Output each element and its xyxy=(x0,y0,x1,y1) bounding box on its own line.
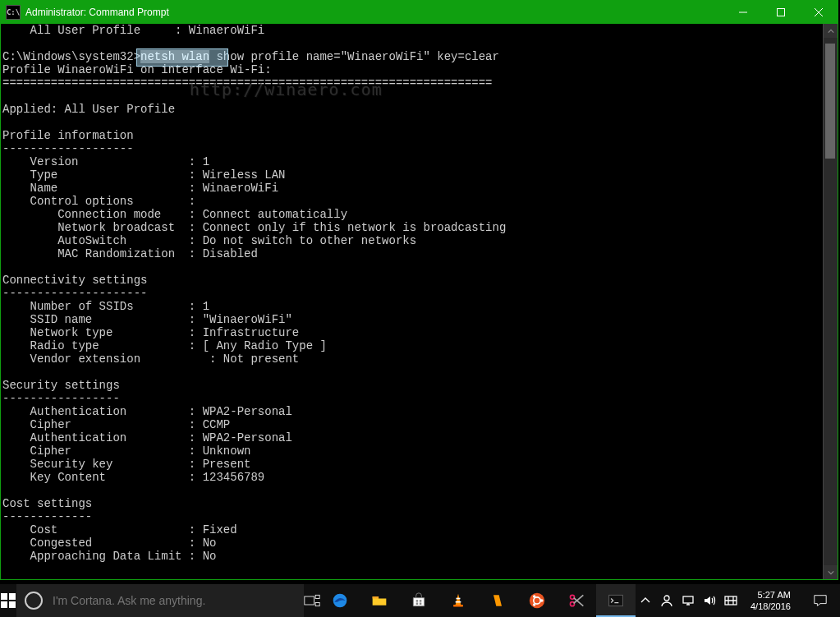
svg-rect-10 xyxy=(416,600,419,602)
vertical-scrollbar[interactable] xyxy=(823,24,838,579)
start-button[interactable] xyxy=(0,584,16,617)
scrollbar-thumb[interactable] xyxy=(825,44,835,159)
terminal-icon xyxy=(608,592,624,609)
taskbar-app-cmd[interactable] xyxy=(596,584,636,617)
svg-point-25 xyxy=(664,596,669,601)
svg-rect-7 xyxy=(315,603,319,606)
scroll-down-button[interactable] xyxy=(824,565,838,579)
task-view-icon xyxy=(304,592,320,609)
svg-rect-14 xyxy=(457,598,461,600)
pinned-apps xyxy=(320,584,636,617)
svg-rect-9 xyxy=(373,596,379,599)
svg-point-20 xyxy=(533,595,535,597)
command-prompt-window: C:\ Administrator: Command Prompt All Us… xyxy=(0,0,838,580)
svg-rect-11 xyxy=(420,600,421,602)
svg-rect-4 xyxy=(9,601,16,608)
input-language-icon[interactable] xyxy=(724,594,737,607)
tray-overflow-button[interactable] xyxy=(639,594,652,607)
folder-icon xyxy=(371,592,388,609)
svg-rect-5 xyxy=(305,596,314,605)
tray-date: 4/18/2016 xyxy=(750,601,791,612)
svg-rect-6 xyxy=(315,595,319,598)
svg-rect-12 xyxy=(416,603,419,605)
tray-clock[interactable]: 5:27 AM 4/18/2016 xyxy=(746,589,796,612)
edge-icon xyxy=(332,592,348,609)
network-icon[interactable] xyxy=(682,594,695,607)
taskbar: 5:27 AM 4/18/2016 xyxy=(0,584,840,617)
task-view-button[interactable] xyxy=(304,584,320,617)
svg-rect-26 xyxy=(683,596,693,603)
cortana-icon xyxy=(25,592,43,610)
store-icon xyxy=(411,592,427,609)
notification-icon xyxy=(813,593,828,608)
taskbar-app-edge[interactable] xyxy=(320,584,360,617)
ubuntu-icon xyxy=(529,592,545,609)
taskbar-app-file-explorer[interactable] xyxy=(360,584,399,617)
svg-rect-2 xyxy=(9,593,16,600)
window-title: Administrator: Command Prompt xyxy=(25,7,724,18)
taskbar-app-store[interactable] xyxy=(399,584,438,617)
volume-icon[interactable] xyxy=(703,594,716,607)
close-button[interactable] xyxy=(800,1,838,24)
svg-rect-3 xyxy=(1,601,7,608)
titlebar[interactable]: C:\ Administrator: Command Prompt xyxy=(1,1,838,24)
scroll-up-button[interactable] xyxy=(824,24,838,38)
svg-point-21 xyxy=(533,603,535,605)
windows-logo-icon xyxy=(0,592,16,609)
taskbar-app-vlc[interactable] xyxy=(438,584,478,617)
svg-rect-1 xyxy=(1,593,7,600)
maximize-button[interactable] xyxy=(762,1,800,24)
taskbar-app-winamp[interactable] xyxy=(478,584,517,617)
taskbar-app-ubuntu[interactable] xyxy=(517,584,557,617)
tray-time: 5:27 AM xyxy=(750,589,791,601)
app-icon: C:\ xyxy=(6,5,21,20)
console-output[interactable]: All User Profile : WinaeroWiFi C:\Window… xyxy=(1,24,823,579)
command-line[interactable]: C:\Windows\system32>netsh wlan show prof… xyxy=(2,50,821,63)
svg-rect-0 xyxy=(778,9,785,16)
winamp-icon xyxy=(489,592,506,609)
minimize-button[interactable] xyxy=(724,1,762,24)
scissors-icon xyxy=(568,592,585,609)
vlc-icon xyxy=(450,592,466,609)
svg-rect-13 xyxy=(420,603,421,605)
action-center-button[interactable] xyxy=(804,584,837,617)
taskbar-app-snipping[interactable] xyxy=(557,584,596,617)
people-icon[interactable] xyxy=(660,594,673,607)
search-input[interactable] xyxy=(51,593,296,608)
svg-rect-16 xyxy=(453,605,463,607)
svg-point-19 xyxy=(540,599,543,601)
svg-rect-24 xyxy=(609,595,623,605)
system-tray: 5:27 AM 4/18/2016 xyxy=(636,584,840,617)
cortana-search[interactable] xyxy=(16,584,304,617)
svg-rect-15 xyxy=(456,601,461,603)
